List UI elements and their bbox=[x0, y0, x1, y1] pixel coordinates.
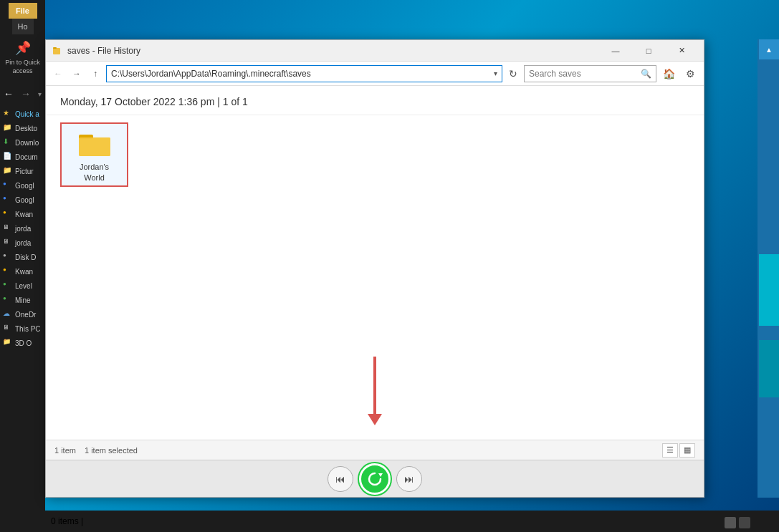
sidebar-item-pictures[interactable]: 📁 Pictur bbox=[0, 164, 45, 178]
home-button[interactable]: 🏠 bbox=[659, 64, 678, 83]
teal-panel-1 bbox=[759, 254, 779, 326]
pc-icon-2: 🖥 bbox=[3, 238, 13, 248]
sidebar-item-disk[interactable]: ● Disk D bbox=[0, 250, 45, 264]
sidebar-label-google1: Googl bbox=[15, 182, 34, 190]
taskbar-items-count: 0 items | bbox=[51, 516, 83, 526]
sidebar-label-3d: 3D O bbox=[15, 339, 32, 347]
sidebar-item-mine[interactable]: ● Mine bbox=[0, 293, 45, 307]
google-icon-1: ● bbox=[3, 180, 13, 190]
sidebar-item-google1[interactable]: ● Googl bbox=[0, 178, 45, 193]
sidebar-item-documents[interactable]: 📄 Docum bbox=[0, 150, 45, 164]
sidebar-item-desktop[interactable]: 📁 Deskto bbox=[0, 121, 45, 135]
sidebar-label-google2: Googl bbox=[15, 196, 34, 204]
file-tab[interactable]: File bbox=[9, 3, 37, 19]
svg-marker-5 bbox=[378, 473, 383, 477]
onedrive-icon: ☁ bbox=[3, 309, 13, 319]
folder-svg-icon bbox=[77, 129, 112, 158]
sidebar-item-kwan2[interactable]: ● Kwan bbox=[0, 264, 45, 279]
sidebar-label-jorda2: jorda bbox=[15, 239, 31, 247]
address-dropdown-icon[interactable]: ▾ bbox=[494, 69, 497, 77]
folder-item[interactable]: Jordan'sWorld bbox=[60, 122, 128, 187]
thispc-icon: 🖥 bbox=[3, 324, 13, 334]
refresh-button[interactable]: ↻ bbox=[505, 66, 521, 82]
sidebar-item-jorda2[interactable]: 🖥 jorda bbox=[0, 236, 45, 250]
sidebar-label-mine: Mine bbox=[15, 296, 31, 304]
item-count: 1 item bbox=[54, 446, 76, 455]
svg-rect-4 bbox=[79, 137, 110, 156]
teal-panel-2 bbox=[759, 340, 779, 397]
sidebar-label-thispc: This PC bbox=[15, 325, 41, 333]
mine-icon: ● bbox=[3, 295, 13, 305]
folder-icon: 📁 bbox=[3, 123, 13, 133]
level-icon: ● bbox=[3, 281, 13, 291]
kwan-icon-2: ● bbox=[3, 266, 13, 276]
forward-arrow[interactable]: → bbox=[18, 87, 34, 101]
sidebar-label-downloads: Downlo bbox=[15, 139, 39, 147]
tiles-view-button[interactable]: ▦ bbox=[679, 443, 695, 458]
address-input-wrapper: ▾ bbox=[106, 65, 502, 82]
sidebar-label-level: Level bbox=[15, 282, 32, 290]
next-button[interactable]: ⏭ bbox=[396, 466, 422, 492]
svg-rect-0 bbox=[53, 48, 60, 54]
sidebar-item-downloads[interactable]: ⬇ Downlo bbox=[0, 135, 45, 150]
close-button[interactable]: ✕ bbox=[665, 40, 698, 62]
title-bar-controls: — □ ✕ bbox=[599, 40, 698, 62]
file-history-window: saves - File History — □ ✕ ← → ↑ ▾ ↻ 🔍 🏠… bbox=[45, 39, 704, 498]
settings-button[interactable]: ⚙ bbox=[681, 64, 699, 83]
pictures-icon: 📁 bbox=[3, 166, 13, 176]
desktop: File Ho 📌 Pin to Quick access ← → ▾ ★ Qu… bbox=[0, 0, 779, 532]
content-area: Monday, 17 October 2022 1:36 pm | 1 of 1… bbox=[46, 86, 704, 460]
sidebar-label-kwan2: Kwan bbox=[15, 268, 33, 276]
search-wrapper: 🔍 bbox=[524, 65, 656, 82]
sidebar-item-jorda1[interactable]: 🖥 jorda bbox=[0, 221, 45, 236]
dropdown-arrow[interactable]: ▾ bbox=[35, 89, 44, 100]
minimize-button[interactable]: — bbox=[599, 40, 632, 62]
sidebar-label-documents: Docum bbox=[15, 153, 38, 161]
star-icon: ★ bbox=[3, 109, 13, 119]
forward-button[interactable]: → bbox=[69, 66, 85, 82]
window-icon bbox=[52, 45, 63, 57]
sidebar-item-quick-access[interactable]: ★ Quick a bbox=[0, 107, 45, 121]
view-buttons: ☰ ▦ bbox=[662, 443, 695, 458]
search-input[interactable] bbox=[529, 69, 641, 79]
sidebar-item-3d[interactable]: 📁 3D O bbox=[0, 336, 45, 350]
sidebar-nav: ★ Quick a 📁 Deskto ⬇ Downlo 📄 Docum 📁 Pi… bbox=[0, 107, 45, 350]
home-tab[interactable]: Ho bbox=[12, 19, 34, 34]
back-arrow[interactable]: ← bbox=[1, 87, 16, 101]
address-bar: ← → ↑ ▾ ↻ 🔍 🏠 ⚙ bbox=[46, 62, 704, 86]
sidebar-label-disk: Disk D bbox=[15, 253, 36, 261]
back-button[interactable]: ← bbox=[50, 66, 66, 82]
tray-icon-1[interactable] bbox=[725, 517, 736, 528]
red-arrow-indicator bbox=[368, 357, 382, 425]
disk-icon: ● bbox=[3, 252, 13, 262]
up-button[interactable]: ↑ bbox=[87, 66, 103, 82]
pin-area[interactable]: 📌 Pin to Quick access bbox=[0, 40, 45, 75]
tray-icon-2[interactable] bbox=[739, 517, 750, 528]
sidebar-label-onedrive: OneDr bbox=[15, 311, 36, 319]
title-bar: saves - File History — □ ✕ bbox=[46, 40, 704, 62]
taskbar-system-tray bbox=[725, 517, 750, 528]
kwan-icon-1: ● bbox=[3, 209, 13, 219]
folder-icon-wrap bbox=[77, 127, 113, 159]
details-view-button[interactable]: ☰ bbox=[662, 443, 678, 458]
sidebar-item-level[interactable]: ● Level bbox=[0, 279, 45, 293]
sidebar-item-google2[interactable]: ● Googl bbox=[0, 193, 45, 207]
sidebar-label-quick-access: Quick a bbox=[15, 110, 39, 118]
prev-button[interactable]: ⏮ bbox=[328, 466, 353, 492]
maximize-button[interactable]: □ bbox=[632, 40, 665, 62]
right-scroll-button[interactable]: ▲ bbox=[759, 39, 779, 59]
google-icon-2: ● bbox=[3, 195, 13, 205]
arrow-line bbox=[373, 357, 376, 414]
pin-icon: 📌 bbox=[15, 40, 31, 56]
sidebar-tabs: File Ho bbox=[0, 0, 45, 34]
sidebar-item-kwan1[interactable]: ● Kwan bbox=[0, 207, 45, 221]
restore-button[interactable] bbox=[359, 463, 391, 495]
pc-icon-1: 🖥 bbox=[3, 223, 13, 233]
address-input[interactable] bbox=[111, 69, 494, 79]
nav-controls: ⏮ ⏭ bbox=[46, 460, 704, 497]
search-icon[interactable]: 🔍 bbox=[641, 69, 651, 79]
sidebar-item-thispc[interactable]: 🖥 This PC bbox=[0, 321, 45, 336]
svg-rect-1 bbox=[53, 47, 57, 49]
3d-icon: 📁 bbox=[3, 338, 13, 348]
sidebar-item-onedrive[interactable]: ☁ OneDr bbox=[0, 307, 45, 321]
